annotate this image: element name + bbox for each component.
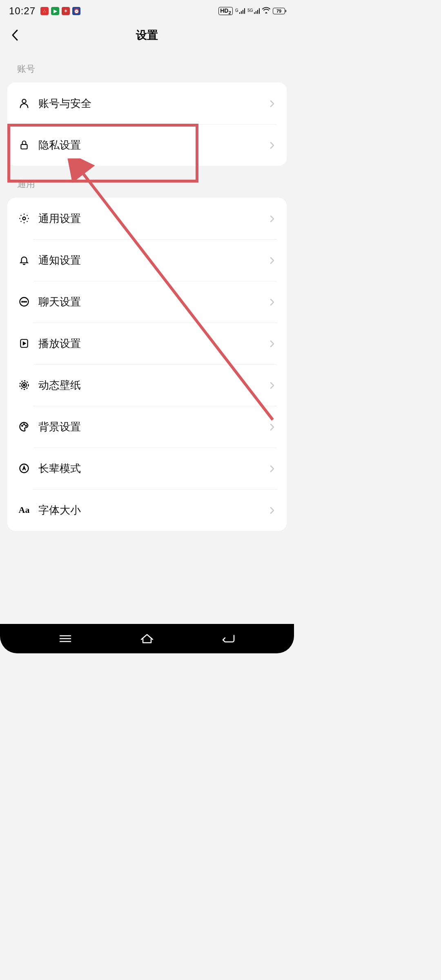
svg-point-2 — [23, 217, 26, 220]
row-label: 长辈模式 — [38, 461, 270, 476]
svg-point-4 — [22, 301, 22, 302]
wifi-icon — [262, 7, 270, 15]
palette-icon — [17, 420, 31, 434]
row-label: 动态壁纸 — [38, 378, 270, 392]
page-title: 设置 — [0, 28, 294, 42]
chevron-right-icon — [270, 381, 277, 389]
target-icon — [17, 378, 31, 392]
status-right: HD2 G 5G 79 — [218, 7, 285, 16]
play-box-icon — [17, 336, 31, 350]
svg-point-11 — [22, 425, 22, 426]
lock-icon — [17, 138, 31, 152]
chevron-right-icon — [270, 141, 277, 149]
account-card: 账号与安全 隐私设置 — [7, 82, 287, 166]
battery-indicator: 79 — [273, 8, 285, 14]
signal-bars-1 — [239, 8, 245, 14]
status-left: 10:27 ⛬ ▶ ✶ ⏰ — [9, 5, 80, 17]
row-label: 播放设置 — [38, 336, 270, 351]
gear-icon — [17, 212, 31, 225]
row-label: 账号与安全 — [38, 96, 270, 111]
section-header-general: 通用 — [0, 166, 294, 198]
hd-sub: 2 — [228, 9, 231, 15]
nav-recent-button[interactable] — [54, 631, 77, 646]
chevron-right-icon — [270, 100, 277, 107]
svg-rect-1 — [21, 145, 27, 149]
status-time: 10:27 — [9, 5, 36, 17]
net-type-1: G — [235, 8, 238, 13]
row-label: 字体大小 — [38, 503, 270, 517]
square-red-icon: ✶ — [62, 7, 70, 15]
net-type-2: 5G — [247, 8, 253, 13]
row-playback-settings[interactable]: 播放设置 — [7, 323, 287, 364]
bell-icon — [17, 253, 31, 267]
hd-badge: HD2 — [218, 7, 233, 16]
row-font-size[interactable]: Aa 字体大小 — [7, 489, 287, 531]
status-bar: 10:27 ⛬ ▶ ✶ ⏰ HD2 G 5G 79 — [0, 0, 294, 20]
nav-back-button[interactable] — [217, 631, 240, 646]
svg-point-13 — [26, 425, 27, 426]
chevron-right-icon — [270, 215, 277, 222]
section-header-account: 账号 — [0, 51, 294, 82]
chevron-right-icon — [270, 423, 277, 430]
row-account-security[interactable]: 账号与安全 — [7, 82, 287, 124]
row-label: 聊天设置 — [38, 295, 270, 309]
device-frame: 10:27 ⛬ ▶ ✶ ⏰ HD2 G 5G 79 — [0, 0, 294, 653]
carrier-icon-1: ⛬ — [40, 7, 49, 15]
chevron-right-icon — [270, 298, 277, 305]
row-privacy-settings[interactable]: 隐私设置 — [7, 124, 287, 166]
hd-label: HD — [220, 7, 228, 14]
chat-icon — [17, 295, 31, 309]
chevron-right-icon — [270, 256, 277, 264]
row-chat-settings[interactable]: 聊天设置 — [7, 281, 287, 323]
row-live-wallpaper[interactable]: 动态壁纸 — [7, 364, 287, 406]
row-label: 背景设置 — [38, 420, 270, 434]
chevron-right-icon — [270, 506, 277, 514]
row-label: 隐私设置 — [38, 138, 270, 152]
page-header: 设置 — [0, 20, 294, 51]
svg-point-10 — [23, 384, 25, 386]
a-circle-icon — [17, 461, 31, 475]
chevron-right-icon — [270, 340, 277, 347]
video-app-icon: ▶ — [51, 7, 59, 15]
row-label: 通用设置 — [38, 212, 270, 226]
person-icon — [17, 96, 31, 110]
general-card: 通用设置 通知设置 聊天设置 播放设置 — [7, 198, 287, 531]
alarm-icon: ⏰ — [72, 7, 80, 15]
svg-point-5 — [24, 301, 24, 302]
font-size-icon: Aa — [17, 503, 31, 517]
row-elder-mode[interactable]: 长辈模式 — [7, 448, 287, 489]
system-navbar — [0, 624, 294, 653]
chevron-right-icon — [270, 465, 277, 472]
svg-point-0 — [22, 99, 26, 103]
back-button[interactable] — [8, 28, 23, 42]
row-background-settings[interactable]: 背景设置 — [7, 406, 287, 448]
nav-home-button[interactable] — [136, 631, 158, 646]
svg-point-12 — [24, 424, 24, 425]
row-general-settings[interactable]: 通用设置 — [7, 198, 287, 239]
svg-point-6 — [26, 301, 27, 302]
row-notification-settings[interactable]: 通知设置 — [7, 239, 287, 281]
battery-level: 79 — [276, 9, 281, 13]
signal-bars-2 — [254, 8, 260, 14]
row-label: 通知设置 — [38, 253, 270, 267]
